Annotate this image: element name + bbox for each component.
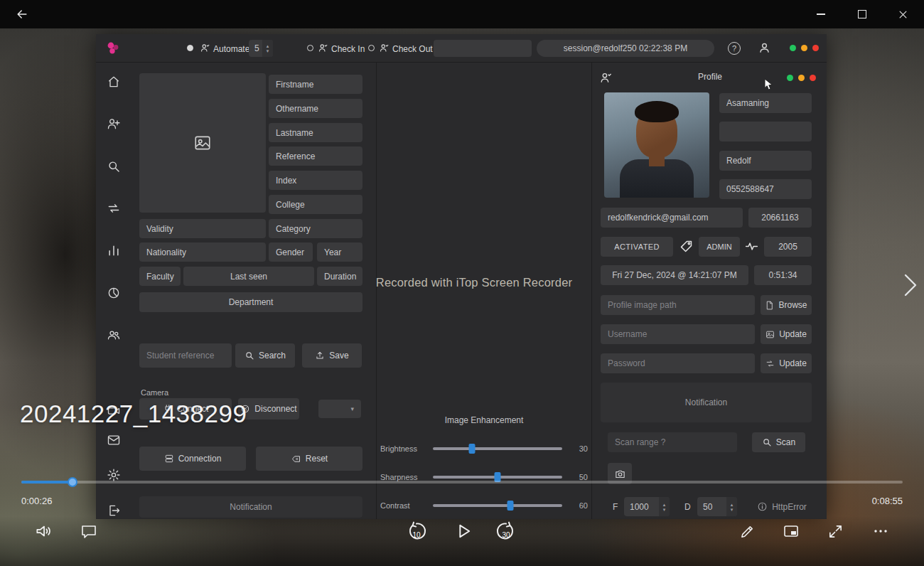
sidebar-item-sync[interactable] [107, 201, 121, 215]
check-out-radio[interactable] [368, 45, 375, 51]
camera-select-dropdown[interactable]: ▾ [318, 400, 361, 418]
last-seen-field[interactable]: Last seen [183, 267, 314, 286]
profile-image-path-input[interactable] [601, 295, 755, 315]
pip-button[interactable] [780, 520, 802, 542]
surname-input[interactable] [719, 93, 812, 113]
minimize-button[interactable] [805, 0, 837, 28]
scan-button[interactable]: Scan [752, 432, 805, 452]
student-photo-placeholder[interactable] [139, 73, 266, 213]
validity-field[interactable]: Validity [139, 219, 266, 238]
disconnect-button[interactable]: Disconnect [238, 398, 299, 420]
disconnect-button-label: Disconnect [254, 404, 296, 414]
rewind-10-button[interactable]: 10 [406, 520, 427, 542]
subtitles-button[interactable] [78, 520, 100, 542]
othername-field[interactable]: Othername [269, 99, 362, 118]
connection-button[interactable]: Connection [139, 447, 246, 471]
video-progress-handle[interactable] [68, 477, 77, 487]
student-reference-input[interactable] [139, 343, 232, 368]
datetime-field[interactable]: Fri 27 Dec, 2024 @ 14:21:07 PM [601, 265, 748, 285]
department-field[interactable]: Department [139, 292, 362, 312]
duration-field[interactable]: Duration [317, 267, 362, 286]
sidebar-item-reports[interactable] [107, 286, 121, 300]
back-button[interactable] [6, 0, 38, 28]
profile-red-dot-icon[interactable] [810, 75, 816, 81]
activated-status-button[interactable]: ACTIVATED [601, 237, 673, 257]
more-options-button[interactable] [870, 520, 891, 542]
sidebar-item-mail[interactable] [107, 433, 121, 447]
email-input[interactable] [601, 208, 743, 228]
brightness-slider[interactable] [433, 447, 562, 450]
reset-button[interactable]: Reset [256, 447, 362, 471]
automate-count-spinner[interactable]: 5 ▴▾ [249, 40, 273, 57]
close-button[interactable] [886, 0, 919, 28]
password-input[interactable] [601, 353, 755, 373]
update-image-button[interactable]: Update [761, 324, 812, 344]
first-name-input[interactable] [719, 151, 812, 171]
student-id-field[interactable]: 20661163 [748, 208, 812, 228]
video-filename-overlay: 20241227_1438299 [20, 400, 247, 428]
automate-radio[interactable] [187, 45, 193, 51]
volume-button[interactable] [33, 520, 54, 542]
spinner-up-icon[interactable]: ▴ [267, 43, 269, 48]
spinner-down-icon[interactable]: ▾ [731, 507, 734, 512]
sidebar-item-students[interactable] [107, 328, 121, 342]
sidebar-item-stats[interactable] [107, 243, 121, 257]
play-button[interactable] [452, 520, 475, 542]
firstname-field[interactable]: Firstname [269, 75, 362, 94]
fullscreen-button[interactable] [824, 520, 846, 542]
profile-yellow-dot-icon[interactable] [798, 75, 805, 81]
yellow-dot-icon[interactable] [801, 45, 807, 51]
sidebar-item-home[interactable] [107, 75, 121, 89]
green-dot-icon[interactable] [790, 45, 796, 51]
faculty-field[interactable]: Faculty [139, 267, 181, 286]
scan-search-icon [762, 437, 772, 447]
phone-input[interactable] [719, 179, 812, 199]
distance-value-spinner[interactable]: 50 ▴▾ [697, 497, 737, 516]
forward-30-button[interactable]: 30 [495, 520, 517, 542]
spinner-up-icon[interactable]: ▴ [731, 502, 734, 507]
focus-value-spinner[interactable]: 1000 ▴▾ [624, 497, 670, 516]
sidebar-item-add-student[interactable] [107, 117, 121, 131]
index-field[interactable]: Index [269, 171, 362, 190]
nationality-field[interactable]: Nationality [139, 242, 266, 262]
session-field[interactable]: session@redolf250 02:22:38 PM [537, 40, 714, 57]
middle-name-input[interactable] [719, 122, 812, 142]
help-icon[interactable]: ? [728, 42, 741, 55]
lastname-field[interactable]: Lastname [269, 123, 362, 142]
session-duration-field[interactable]: 0:51:34 [754, 265, 812, 285]
username-input[interactable] [601, 324, 755, 344]
contrast-slider-thumb[interactable] [507, 501, 514, 511]
search-button[interactable]: Search [235, 343, 295, 368]
spinner-down-icon[interactable]: ▾ [267, 48, 269, 53]
maximize-button[interactable] [846, 0, 879, 28]
category-field[interactable]: Category [269, 219, 362, 238]
gender-field[interactable]: Gender [269, 242, 313, 262]
save-button[interactable]: Save [302, 343, 362, 368]
topbar-empty-input[interactable] [434, 40, 532, 57]
red-dot-icon[interactable] [812, 45, 819, 51]
browse-button[interactable]: Browse [761, 295, 812, 315]
profile-green-dot-icon[interactable] [787, 75, 793, 81]
sidebar-item-settings[interactable] [107, 468, 121, 482]
sharpness-slider[interactable] [433, 476, 562, 479]
check-in-radio[interactable] [307, 45, 313, 51]
college-field[interactable]: College [269, 195, 362, 214]
reference-field[interactable]: Reference [269, 146, 362, 166]
sidebar-item-search[interactable] [107, 159, 121, 173]
update-password-button[interactable]: Update [761, 353, 812, 373]
annotate-button[interactable] [736, 520, 758, 542]
spinner-down-icon[interactable]: ▾ [663, 507, 666, 512]
video-progress-bar[interactable] [21, 481, 903, 484]
contrast-slider[interactable] [433, 504, 562, 507]
sidebar-item-logout[interactable] [107, 503, 121, 518]
scan-range-input[interactable] [608, 432, 737, 452]
user-icon[interactable] [758, 41, 771, 55]
tag-icon[interactable] [679, 239, 694, 254]
chevron-right-icon[interactable] [903, 273, 918, 297]
spinner-up-icon[interactable]: ▴ [663, 502, 666, 507]
admin-role-button[interactable]: ADMIN [699, 237, 740, 257]
year-button[interactable]: 2005 [764, 237, 812, 257]
activity-pulse-icon[interactable] [744, 239, 759, 254]
brightness-slider-thumb[interactable] [468, 444, 475, 454]
year-field[interactable]: Year [317, 242, 362, 262]
